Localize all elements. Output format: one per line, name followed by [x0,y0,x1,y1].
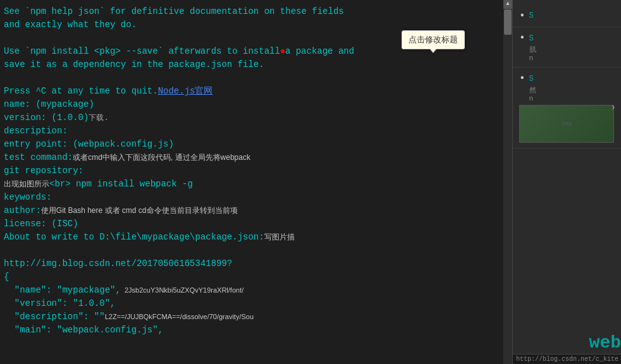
line-4: save it as a dependency in the package.j… [4,58,508,71]
tooltip-text: 点击修改标题 [409,35,458,44]
bottom-url-text: http://blog.csdn.net/c_kite [516,356,618,363]
line-20: "version": "1.0.0", [4,297,508,310]
web-label: web [589,333,621,353]
line-21: "description": ""L2Z==/JUJBQkFCMA==/diss… [4,310,508,324]
sidebar-item-1[interactable]: • S [513,5,621,27]
line-11: git repository: [4,164,508,178]
line-10: test command:或者cmd中输入下面这段代码, 通过全局先将webpa… [4,151,508,164]
sidebar-image: img [519,105,614,143]
terminal-output: 点击修改标题 See `npm help json` for definitiv… [0,0,512,364]
line-14: author:使用Git Bash here 或者 cmd cd命令使当前目录转… [4,204,508,217]
line-12: 出现如图所示<br> npm install webpack -g [4,178,508,191]
line-5: Press ^C at any time to quit.Node.js官网 [4,85,508,98]
bottom-url-bar: http://blog.csdn.net/c_kite [512,354,621,364]
chevron-right-icon: › [611,102,616,112]
line-15: license: (ISC) [4,217,508,231]
line-18: { [4,270,508,284]
line-22: "main": "webpack.config.js", [4,324,508,337]
bullet-2: • [519,32,526,44]
right-sidebar: • S • S 肌n • S 然n › [512,0,621,364]
scroll-thumb[interactable] [504,9,512,35]
line-9: entry point: (webpack.config.js) [4,138,508,151]
sidebar-subtext-3: 然n [529,85,536,102]
line-7: version: (1.0.0)下载. [4,111,508,124]
line-16: About to write to D:\file\mypackage\pack… [4,231,508,244]
sidebar-label-1: S [529,11,534,20]
line-19: "name": "mypackage", 2Jsb2cuY3Nkbi5uZXQv… [4,284,508,297]
line-6: name: (mypackage) [4,98,508,111]
sidebar-items-list: • S • S 肌n • S 然n › [513,0,621,154]
sidebar-item-3[interactable]: • S 然n › img [513,68,621,149]
tooltip[interactable]: 点击修改标题 [402,30,465,49]
sidebar-item-2[interactable]: • S 肌n [513,27,621,68]
sidebar-label-3: S [529,75,534,83]
red-dot [281,49,285,53]
line-blank-2 [4,71,508,85]
nodejs-link[interactable]: Node.js官网 [158,86,213,96]
line-blank-3 [4,244,508,257]
scroll-up-button[interactable]: ▲ [503,0,512,9]
scroll-track[interactable] [503,9,512,364]
bullet-3: • [519,73,526,84]
line-1: See `npm help json` for definitive docum… [4,5,508,18]
sidebar-subtext-2: 肌n [529,45,536,62]
line-8: description: [4,124,508,138]
image-label: img [562,121,572,127]
line-2: and exactly what they do. [4,18,508,32]
sidebar-label-2: S [529,34,534,43]
bullet-1: • [519,10,526,21]
scrollbar[interactable]: ▲ [503,0,512,364]
line-13: keywords: [4,191,508,204]
line-17: http://img.blog.csdn.net/201705061653418… [4,257,508,270]
tooltip-pointer-inner [430,48,436,52]
